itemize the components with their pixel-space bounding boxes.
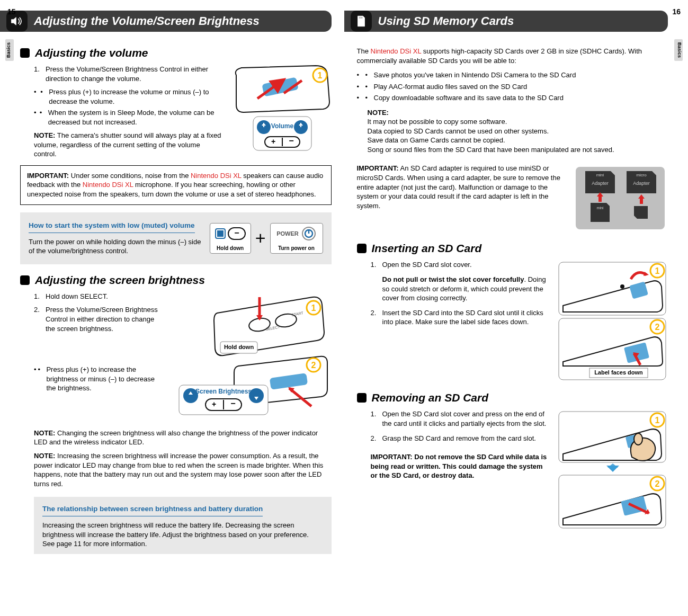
adapter-label-mini: Adapter	[592, 181, 609, 186]
page-number-left: 15	[7, 7, 16, 16]
inserting-illustration: 1 2 Label faces down	[557, 260, 668, 382]
volume-step-1: Press the Volume/Screen Brightness Contr…	[46, 65, 222, 83]
sd-note-3: Save data on Game Cards cannot be copied…	[368, 136, 668, 145]
volume-note: NOTE: The camera's shutter sound will al…	[34, 131, 222, 159]
removing-illustration: 1 2	[557, 409, 668, 531]
muted-volume-box: How to start the system with low (muted)…	[20, 212, 332, 264]
adapter-illustration: miniAdapter mini microAdapter	[573, 164, 668, 233]
title-text-left: Adjusting the Volume/Screen Brightness	[34, 14, 260, 28]
muted-volume-diagram: − Hold down + POWER Turn power on	[210, 223, 323, 254]
brightness-bullet-1: Press plus (+) to increase the brightnes…	[46, 365, 161, 393]
svg-text:−: −	[289, 136, 293, 145]
title-text-right: Using SD Memory Cards	[378, 14, 514, 28]
sd-note-1: It may not be possible to copy some soft…	[368, 117, 668, 127]
sd-intro: The Nintendo DSi XL supports high-capaci…	[357, 47, 668, 154]
svg-point-53	[634, 433, 642, 445]
brightness-notes: NOTE: Changing the screen brightness wil…	[34, 428, 332, 488]
volume-bullet-1: Press plus (+) to increase the volume or…	[49, 87, 222, 106]
svg-text:mini: mini	[596, 173, 604, 177]
remove-step-1: Open the SD Card slot cover and press on…	[382, 409, 549, 428]
hold-down-label: Hold down	[224, 344, 254, 350]
svg-text:2: 2	[655, 479, 660, 488]
sd-note-4: Song or sound files from the SD Card tha…	[368, 145, 668, 155]
important-audio-feedback: IMPORTANT: Under some conditions, noise …	[20, 165, 332, 205]
svg-text:1: 1	[655, 416, 660, 425]
page-number-right: 16	[672, 7, 681, 16]
svg-point-43	[620, 284, 624, 289]
volume-label: Volume	[271, 122, 293, 130]
brightness-illustration: START SELECT 1 Hold down 2 Screen Bright…	[169, 292, 328, 419]
page-right: 16 Basics Using SD Memory Cards The Nint…	[344, 0, 689, 616]
title-bar-sd: Using SD Memory Cards	[344, 11, 668, 32]
hold-down-frame: − Hold down	[210, 223, 251, 254]
inserting-text: 1. Open the SD Card slot cover. Do not p…	[371, 260, 549, 382]
page-left: 15 Basics Adjusting the Volume/Screen Br…	[0, 0, 344, 616]
turn-power-on-frame: POWER Turn power on	[270, 223, 323, 254]
svg-marker-56	[606, 466, 619, 472]
bullet-square-icon	[357, 244, 367, 253]
label-faces-down: Label faces down	[594, 369, 643, 376]
sd-card-icon	[351, 11, 372, 32]
svg-text:+: +	[271, 137, 275, 146]
adapter-label-micro: Adapter	[633, 181, 650, 186]
insert-step-1: Open the SD Card slot cover.	[382, 260, 549, 270]
svg-rect-34	[359, 17, 360, 19]
bullet-square-icon	[20, 275, 30, 285]
adapter-important: IMPORTANT: An SD Card adapter is require…	[357, 164, 565, 233]
section-adjusting-volume: Adjusting the volume	[20, 47, 332, 59]
heading-adjusting-volume: Adjusting the volume	[35, 47, 148, 59]
volume-illustration: 1 Volume + −	[231, 65, 332, 155]
svg-text:mini: mini	[597, 206, 604, 210]
svg-text:micro: micro	[636, 173, 647, 177]
volume-row: 1.Press the Volume/Screen Brightness Con…	[20, 65, 332, 159]
insert-step-2: Insert the SD Card into the SD Card slot…	[382, 308, 549, 327]
plus-icon: +	[255, 226, 266, 251]
muted-volume-heading: How to start the system with low (muted)…	[29, 221, 195, 233]
volume-bullet-2: When the system is in Sleep Mode, the vo…	[48, 108, 222, 127]
brightness-text: 1.Hold down SELECT. 2.Press the Volume/S…	[34, 292, 161, 419]
remove-step-2: Grasp the SD Card and remove from the ca…	[382, 434, 536, 443]
heading-adjusting-brightness: Adjusting the screen brightness	[35, 274, 205, 287]
svg-text:1: 1	[317, 71, 322, 80]
battery-duration-box: The relationship between screen brightne…	[34, 497, 332, 554]
sd-intro-bullet-2: Play AAC-format audio files saved on the…	[374, 82, 528, 92]
power-label: POWER	[276, 230, 299, 237]
inserting-row: 1. Open the SD Card slot cover. Do not p…	[357, 260, 668, 382]
svg-text:−: −	[234, 228, 239, 237]
battery-duration-heading: The relationship between screen brightne…	[42, 504, 263, 516]
bullet-square-icon	[20, 48, 30, 58]
removing-text: 1.Open the SD Card slot cover and press …	[371, 409, 549, 531]
svg-text:2: 2	[311, 360, 316, 369]
svg-rect-36	[361, 17, 362, 19]
svg-rect-35	[360, 17, 361, 19]
svg-text:1: 1	[311, 303, 316, 312]
sd-intro-bullet-3: Copy downloadable software and its save …	[374, 93, 564, 103]
svg-rect-11	[217, 230, 224, 237]
svg-text:+: +	[212, 400, 216, 408]
muted-volume-text: Turn the power on while holding down the…	[29, 237, 202, 256]
svg-text:−: −	[230, 399, 235, 408]
sd-note-2: Data copied to SD Cards cannot be used o…	[368, 127, 668, 136]
svg-text:2: 2	[655, 323, 660, 332]
section-removing-sd: Removing an SD Card	[357, 391, 668, 404]
heading-inserting-sd: Inserting an SD Card	[372, 242, 482, 255]
remove-important: IMPORTANT: Do not remove the SD Card whi…	[371, 452, 549, 480]
brightness-step-2: Press the Volume/Screen Brightness Contr…	[46, 305, 161, 333]
section-adjusting-brightness: Adjusting the screen brightness	[20, 274, 332, 287]
removing-row: 1.Open the SD Card slot cover and press …	[357, 409, 668, 531]
brightness-step-1: Hold down SELECT.	[46, 292, 108, 301]
tab-basics-right: Basics	[674, 39, 683, 61]
tab-basics-left: Basics	[5, 39, 14, 61]
brightness-label: Screen Brightness	[195, 388, 252, 395]
bullet-square-icon	[357, 393, 367, 403]
title-bar-volume: Adjusting the Volume/Screen Brightness	[0, 11, 332, 32]
section-inserting-sd: Inserting an SD Card	[357, 242, 668, 255]
adapter-row: IMPORTANT: An SD Card adapter is require…	[357, 164, 668, 233]
sd-intro-bullet-1: Save photos you've taken in Nintendo DSi…	[374, 70, 576, 80]
svg-text:1: 1	[655, 266, 660, 275]
heading-removing-sd: Removing an SD Card	[372, 391, 489, 404]
brightness-row: 1.Hold down SELECT. 2.Press the Volume/S…	[20, 292, 332, 419]
volume-text: 1.Press the Volume/Screen Brightness Con…	[34, 65, 222, 159]
battery-duration-text: Increasing the screen brightness will re…	[42, 521, 323, 549]
